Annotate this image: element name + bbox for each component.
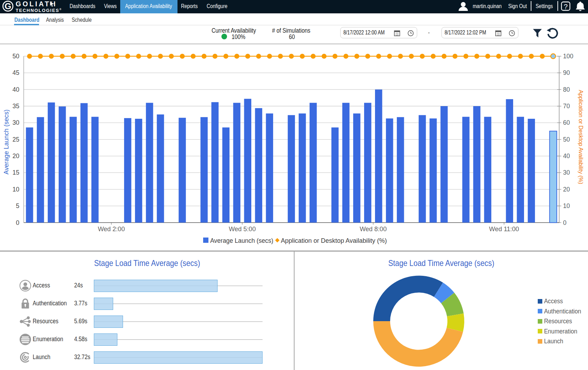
svg-text:50: 50 [13, 53, 20, 60]
svg-text:70: 70 [563, 103, 570, 110]
svg-text:0: 0 [16, 219, 19, 226]
svg-text:G: G [5, 1, 11, 11]
svg-text:Application or Desktop Availab: Application or Desktop Availability (%) [281, 237, 387, 244]
svg-text:Wed 11:00: Wed 11:00 [489, 226, 519, 233]
svg-text:1: 1 [396, 33, 398, 35]
svg-text:Wed 8:00: Wed 8:00 [360, 226, 387, 233]
svg-text:10: 10 [563, 202, 570, 209]
svg-text:20: 20 [563, 186, 570, 193]
svg-text:30: 30 [563, 169, 570, 176]
svg-text:45: 45 [13, 69, 19, 76]
svg-text:10: 10 [13, 186, 20, 193]
svg-text:40: 40 [563, 152, 570, 160]
svg-text:50: 50 [563, 136, 570, 143]
svg-text:15: 15 [13, 169, 19, 176]
svg-text:100: 100 [563, 53, 573, 60]
svg-text:80: 80 [563, 86, 570, 93]
svg-text:30: 30 [13, 119, 20, 126]
svg-text:20: 20 [13, 152, 20, 160]
svg-text:5: 5 [16, 202, 19, 209]
svg-text:Wed 5:00: Wed 5:00 [229, 226, 256, 233]
svg-text:?: ? [564, 3, 568, 11]
svg-text:35: 35 [13, 103, 19, 110]
svg-text:Average Launch (secs): Average Launch (secs) [3, 110, 10, 175]
svg-text:TECHNOLOGIES®: TECHNOLOGIES® [16, 8, 62, 13]
svg-text:60: 60 [563, 119, 570, 126]
svg-text:0: 0 [563, 219, 567, 226]
svg-text:Wed 2:00: Wed 2:00 [98, 226, 125, 233]
svg-text:1: 1 [498, 33, 499, 35]
svg-text:40: 40 [13, 86, 20, 93]
svg-text:Average Launch (secs): Average Launch (secs) [210, 237, 273, 244]
svg-text:90: 90 [563, 69, 570, 76]
svg-text:Application or Desktop Availab: Application or Desktop Availability (%) [578, 90, 584, 184]
svg-text:25: 25 [13, 136, 19, 143]
